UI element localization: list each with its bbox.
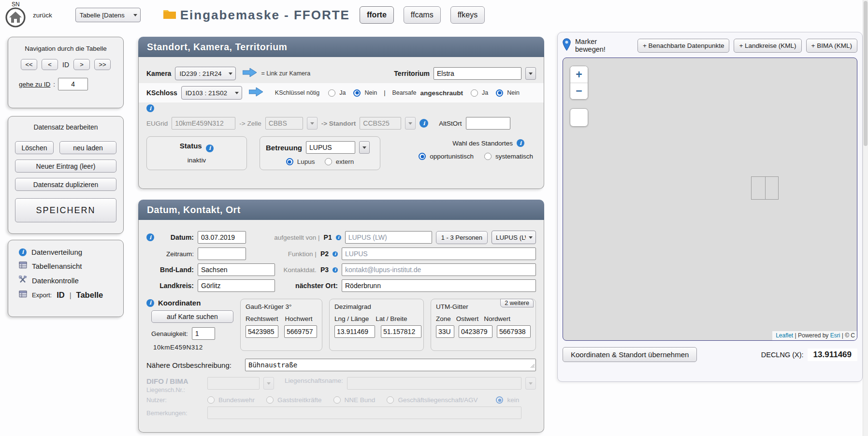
datenkontrolle-link[interactable]: Datenkontrolle — [19, 276, 123, 285]
territorium-dropdown-button[interactable] — [525, 67, 536, 80]
gk-col-rechtswert: Rechtswert — [246, 315, 278, 322]
auf-karte-suchen-button[interactable]: auf Karte suchen — [151, 310, 233, 323]
betreuung-dropdown-button[interactable] — [359, 141, 370, 154]
page-scrollbar[interactable] — [863, 0, 868, 436]
bima-kml-button[interactable]: + BIMA (KML) — [806, 39, 857, 53]
back-link[interactable]: zurück — [33, 12, 52, 19]
map-canvas[interactable]: + − Leaflet | Powered by Esri | © C — [563, 58, 857, 341]
bearsafe-nein-radio[interactable] — [496, 89, 503, 97]
wahl-standort-group: Wahl des Standortes i opportunistisch sy… — [380, 136, 536, 170]
delete-button[interactable]: Löschen — [15, 141, 54, 154]
bearsafe-ja-radio[interactable] — [471, 89, 478, 97]
genauigkeit-input[interactable] — [192, 327, 215, 340]
betreuung-input[interactable] — [306, 141, 355, 154]
map-zoom-control: + − — [570, 66, 588, 100]
zoom-in-button[interactable]: + — [570, 66, 588, 83]
kschloss-info-icon[interactable]: i — [146, 104, 154, 112]
export-tabelle-link[interactable]: Tabelle — [76, 291, 103, 300]
wahl-standort-info-icon[interactable]: i — [517, 139, 524, 147]
topbar: SN zurück Tabelle [Datens Eingabemaske -… — [0, 0, 551, 30]
systematisch-radio[interactable] — [484, 153, 492, 160]
apply-coordinates-button[interactable]: Koordinaten & Standort übernehmen — [563, 347, 697, 362]
goto-id-input[interactable] — [58, 78, 88, 90]
datenverteilung-link[interactable]: i Datenverteilung — [19, 248, 123, 256]
app-button-ffkeys[interactable]: ffkeys — [450, 6, 485, 24]
p1-input[interactable] — [345, 231, 432, 244]
landkreise-kml-button[interactable]: + Landkreise (KML) — [734, 39, 801, 53]
dez-lng-input[interactable] — [334, 325, 375, 338]
opportunistisch-radio[interactable] — [419, 153, 426, 160]
kschluessel-ja-radio[interactable] — [328, 89, 335, 97]
kamera-select[interactable]: ID239 : 21R24 — [175, 67, 236, 80]
personen-button[interactable]: 1 - 3 Personen — [436, 231, 488, 244]
marker-hint-label: Marker bewegen! — [575, 38, 629, 53]
p2-info-icon[interactable]: i — [333, 251, 338, 257]
zeitraum-input[interactable] — [198, 247, 246, 260]
app-button-fforte[interactable]: fforte — [360, 6, 394, 24]
esri-link[interactable]: Esri — [830, 332, 840, 339]
kschloss-link-arrow-icon[interactable] — [249, 87, 263, 99]
camera-link-arrow-icon[interactable] — [243, 68, 257, 79]
first-record-button[interactable]: << — [21, 59, 37, 70]
scrollbar-thumb[interactable] — [864, 1, 868, 146]
bndland-input[interactable] — [198, 263, 275, 276]
p1-select[interactable]: LUPUS (LW — [492, 231, 536, 244]
tabellenansicht-link[interactable]: Tabellenansicht — [19, 261, 123, 271]
goto-id-link[interactable]: gehe zu ID — [19, 81, 50, 88]
utm-nordwert-input[interactable] — [497, 325, 531, 338]
betreuung-extern-radio[interactable] — [325, 158, 332, 165]
zoom-out-button[interactable]: − — [570, 83, 588, 99]
table-select[interactable]: Tabelle [Datens — [75, 8, 141, 22]
status-info-icon[interactable]: i — [206, 145, 214, 152]
home-logo[interactable]: SN — [4, 1, 29, 29]
kschloss-select[interactable]: ID103 : 21S02 — [181, 86, 242, 100]
gk-rechtswert-input[interactable] — [246, 325, 278, 338]
gk-hochwert-input[interactable] — [284, 325, 317, 338]
main-content: Standort, Kamera, Territorium Kamera ID2… — [138, 37, 544, 436]
p2-input[interactable] — [342, 247, 536, 260]
map-layers-button[interactable] — [570, 108, 588, 127]
koordinaten-info-icon[interactable]: i — [146, 299, 154, 307]
duplicate-record-button[interactable]: Datensatz duplizieren — [15, 178, 116, 191]
kschluessel-nein-radio[interactable] — [353, 89, 361, 97]
datum-input[interactable] — [198, 231, 246, 244]
app-button-ffcams[interactable]: ffcams — [404, 6, 441, 24]
nutzer-bundeswehr-radio — [207, 396, 215, 404]
territorium-input[interactable] — [434, 67, 521, 80]
save-button[interactable]: SPEICHERN — [15, 198, 116, 222]
nutzer-kein-label: kein — [507, 396, 519, 404]
dez-lat-input[interactable] — [381, 325, 421, 338]
resize-handle-icon[interactable] — [529, 362, 535, 370]
utm-zone-input[interactable] — [436, 325, 454, 338]
new-entry-button[interactable]: Neuer Eintrag (leer) — [15, 160, 116, 173]
home-icon[interactable] — [5, 7, 26, 30]
liegensch-nr-dropdown-button — [263, 377, 274, 390]
p1-info-icon[interactable]: i — [336, 235, 341, 240]
folder-icon — [163, 8, 176, 22]
last-record-button[interactable]: >> — [94, 59, 111, 70]
ort-input[interactable] — [342, 279, 536, 292]
goto-id-colon: : — [53, 81, 55, 88]
altstort-input[interactable] — [466, 117, 510, 130]
p3-input[interactable] — [342, 263, 536, 276]
betreuung-lupus-radio[interactable] — [286, 158, 293, 165]
utm-ostwert-input[interactable] — [459, 325, 492, 338]
landkreis-input[interactable] — [198, 279, 275, 292]
navigation-title: Navigation durch die Tabelle — [8, 45, 123, 52]
p3-info-icon[interactable]: i — [333, 267, 338, 273]
benachbarte-datenpunkte-button[interactable]: + Benachbarte Datenpunkte — [637, 39, 730, 53]
export-id-link[interactable]: ID — [57, 291, 65, 300]
dezimalgrad-box: Dezimalgrad Lng / Länge Lat / Breite — [329, 299, 424, 351]
nutzer-nne-radio — [333, 396, 341, 404]
ortsbeschreibung-textarea[interactable]: Bühnaustraße — [245, 359, 536, 371]
utm-more-button[interactable]: 2 weitere — [500, 299, 534, 307]
datum-info-icon[interactable]: i — [146, 233, 154, 241]
koordinaten-area: i Koordinaten auf Karte suchen Genauigke… — [146, 299, 536, 351]
navigation-buttons: << < ID > >> — [8, 59, 123, 70]
next-record-button[interactable]: > — [73, 59, 90, 70]
reload-button[interactable]: neu laden — [59, 141, 116, 154]
status-box: Status i inaktiv — [146, 136, 247, 170]
leaflet-link[interactable]: Leaflet — [776, 332, 793, 339]
standort-info-icon[interactable]: i — [420, 119, 428, 128]
prev-record-button[interactable]: < — [42, 59, 58, 70]
